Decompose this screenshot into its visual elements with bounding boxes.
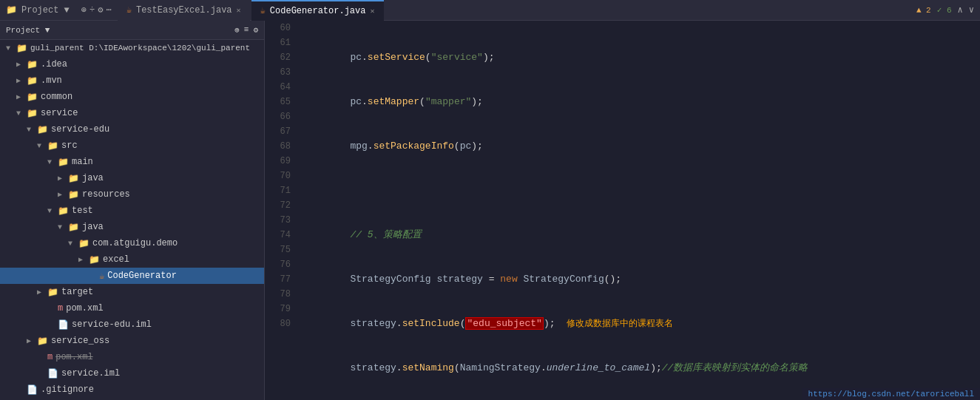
code-line-62: mpg.setPackageInfo(pc); xyxy=(304,139,980,154)
main-area: Project ▼ ⊕ ≡ ⚙ ▼ 📁 guli_parent D:\IDEAw… xyxy=(0,21,980,400)
tab-codegen[interactable]: ☕ CodeGenerator.java ✕ xyxy=(251,0,384,21)
file-icon-service-iml: 📄 xyxy=(47,368,58,379)
tree-main[interactable]: ▼ 📁 main xyxy=(0,154,264,170)
folder-icon-test: 📁 xyxy=(58,206,69,217)
code-line-66: strategy.setInclude("edu_subject"); 修改成数… xyxy=(304,316,980,331)
tree-resources[interactable]: ▶ 📁 resources xyxy=(0,186,264,203)
arrow-com-atguigu: ▼ xyxy=(68,240,78,248)
arrow-service-oss: ▶ xyxy=(27,336,37,345)
tree-java2[interactable]: ▼ 📁 java xyxy=(0,219,264,235)
ok-badge: ✓ 6 xyxy=(937,5,952,15)
project-label[interactable]: 📁 Project ▼ xyxy=(6,4,70,16)
code-lines: pc.setService("service"); pc.setMapper("… xyxy=(298,21,980,400)
tab-close-1[interactable]: ✕ xyxy=(237,6,241,15)
arrow-java2: ▼ xyxy=(58,223,68,231)
folder-icon-service: 📁 xyxy=(27,108,38,119)
tab-java-icon-2: ☕ xyxy=(260,5,266,16)
folder-icon-resources: 📁 xyxy=(68,189,79,200)
title-bar: 📁 Project ▼ ⊕ ÷ ⚙ ⋯ ☕ TestEasyExcel.java… xyxy=(0,0,980,21)
toolbar-icon-2[interactable]: ÷ xyxy=(89,5,95,16)
file-icon-pom: m xyxy=(58,303,63,313)
arrow-common: ▶ xyxy=(16,92,27,101)
folder-icon-java2: 📁 xyxy=(68,222,79,233)
sidebar-action-3[interactable]: ⚙ xyxy=(253,25,258,35)
toolbar-icons[interactable]: ⊕ ÷ ⚙ ⋯ xyxy=(81,4,112,16)
folder-icon-service-edu: 📁 xyxy=(37,124,48,135)
arrow-service: ▼ xyxy=(16,109,27,118)
expand-icon[interactable]: ∧ xyxy=(958,4,963,16)
tree-src[interactable]: ▼ 📁 src xyxy=(0,138,264,154)
arrow-service-edu: ▼ xyxy=(27,126,37,134)
tree-service-edu-iml[interactable]: ▶ 📄 service-edu.iml xyxy=(0,316,264,333)
sidebar-action-2[interactable]: ≡ xyxy=(244,25,249,35)
arrow-idea: ▶ xyxy=(16,60,27,69)
tree-pom-xml2[interactable]: ▶ m pom.xml xyxy=(0,349,264,365)
sidebar-action-1[interactable]: ⊕ xyxy=(234,25,240,35)
tab-java-icon: ☕ xyxy=(126,4,132,16)
tree-gitignore[interactable]: ▶ 📄 .gitignore xyxy=(0,382,264,398)
tree-excel[interactable]: ▶ 📁 excel xyxy=(0,251,264,268)
toolbar-icon-1[interactable]: ⊕ xyxy=(81,4,87,16)
arrow-resources: ▶ xyxy=(58,190,68,199)
arrow-src: ▼ xyxy=(37,142,47,150)
arrow-mvn: ▶ xyxy=(16,76,27,85)
line-numbers: 60 61 62 63 64 65 66 67 68 69 70 71 72 7… xyxy=(265,21,298,400)
code-editor[interactable]: 60 61 62 63 64 65 66 67 68 69 70 71 72 7… xyxy=(265,21,980,400)
arrow-guli-parent: ▼ xyxy=(6,44,16,52)
sidebar-title: Project ▼ xyxy=(6,26,50,35)
project-icon: 📁 xyxy=(6,4,17,16)
toolbar-icon-4[interactable]: ⋯ xyxy=(106,4,111,16)
tree-test[interactable]: ▼ 📁 test xyxy=(0,203,264,219)
tab-testexcel[interactable]: ☕ TestEasyExcel.java ✕ xyxy=(118,0,250,21)
tree-idea[interactable]: ▶ 📁 .idea xyxy=(0,56,264,72)
folder-icon-idea: 📁 xyxy=(27,59,38,70)
code-line-67: strategy.setNaming(NamingStrategy.underl… xyxy=(304,361,980,376)
status-badges: ▲ 2 ✓ 6 ∧ ∨ xyxy=(916,4,974,16)
tree-service-iml[interactable]: ▶ 📄 service.iml xyxy=(0,365,264,382)
tree-service-edu[interactable]: ▼ 📁 service-edu xyxy=(0,121,264,138)
code-line-61: pc.setMapper("mapper"); xyxy=(304,95,980,109)
tree-guli-parent[interactable]: ▼ 📁 guli_parent D:\IDEAworkspace\1202\gu… xyxy=(0,40,264,56)
tree-pom-xml[interactable]: ▶ m pom.xml xyxy=(0,300,264,316)
folder-icon-com: 📁 xyxy=(78,238,89,249)
tree-common[interactable]: ▶ 📁 common xyxy=(0,89,264,105)
sidebar: Project ▼ ⊕ ≡ ⚙ ▼ 📁 guli_parent D:\IDEAw… xyxy=(0,21,265,400)
toolbar-icon-3[interactable]: ⚙ xyxy=(98,4,103,16)
tree-java[interactable]: ▶ 📁 java xyxy=(0,170,264,186)
tab-close-2[interactable]: ✕ xyxy=(370,7,374,16)
file-icon-gitignore: 📄 xyxy=(27,384,38,396)
sidebar-header: Project ▼ ⊕ ≡ ⚙ xyxy=(0,21,264,40)
code-line-63 xyxy=(304,183,980,198)
tree-target[interactable]: ▶ 📁 target xyxy=(0,284,264,300)
arrow-java: ▶ xyxy=(58,174,68,183)
file-icon-codegen: ☕ xyxy=(99,271,104,282)
tree-com-atguigu[interactable]: ▼ 📁 com.atguigu.demo xyxy=(0,235,264,251)
file-icon-pom2: m xyxy=(47,352,53,362)
folder-icon-src: 📁 xyxy=(47,140,58,152)
arrow-test: ▼ xyxy=(47,207,58,215)
warning-badge: ▲ 2 xyxy=(916,6,931,15)
arrow-excel: ▶ xyxy=(78,255,89,264)
folder-icon-common: 📁 xyxy=(27,92,38,103)
folder-icon-oss: 📁 xyxy=(37,336,48,347)
arrow-target: ▶ xyxy=(37,288,47,296)
code-content: 60 61 62 63 64 65 66 67 68 69 70 71 72 7… xyxy=(265,21,980,400)
url-bar: https://blog.csdn.net/taroriceball xyxy=(802,388,980,400)
tree-service-oss[interactable]: ▶ 📁 service_oss xyxy=(0,333,264,349)
folder-icon-excel: 📁 xyxy=(89,254,100,265)
code-line-60: pc.setService("service"); xyxy=(304,50,980,65)
file-icon-iml: 📄 xyxy=(58,319,69,330)
folder-icon-main: 📁 xyxy=(58,157,69,168)
code-line-65: StrategyConfig strategy = new StrategyCo… xyxy=(304,272,980,287)
tab-bar: ☕ TestEasyExcel.java ✕ ☕ CodeGenerator.j… xyxy=(118,0,910,21)
folder-icon-mvn: 📁 xyxy=(27,75,38,87)
folder-icon-guli: 📁 xyxy=(16,43,27,54)
tree-mvn[interactable]: ▶ 📁 .mvn xyxy=(0,72,264,89)
code-line-64: // 5、策略配置 xyxy=(304,228,980,243)
folder-icon-java: 📁 xyxy=(68,173,79,184)
folder-icon-target: 📁 xyxy=(47,287,58,298)
tree-codegen[interactable]: ▶ ☕ CodeGenerator xyxy=(0,268,264,284)
sidebar-actions[interactable]: ⊕ ≡ ⚙ xyxy=(234,25,258,35)
collapse-icon[interactable]: ∨ xyxy=(969,4,974,16)
tree-service[interactable]: ▼ 📁 service xyxy=(0,105,264,121)
